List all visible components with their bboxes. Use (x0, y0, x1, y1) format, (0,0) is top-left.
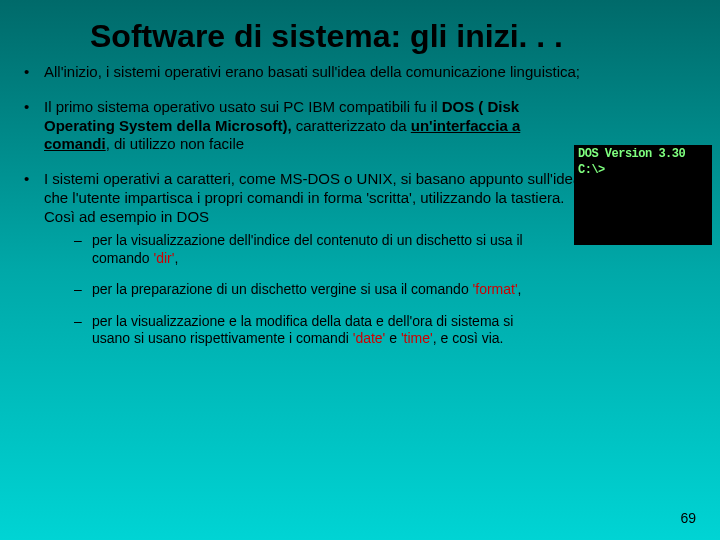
sub-3: per la visualizzazione e la modifica del… (74, 313, 552, 348)
bullet-3: I sistemi operativi a caratteri, come MS… (20, 170, 584, 348)
slide-title: Software di sistema: gli inizi. . . (0, 0, 720, 63)
bullet-2-pre: Il primo sistema operativo usato sui PC … (44, 98, 442, 115)
cmd-date: 'date' (353, 330, 386, 346)
dos-line-1: DOS Version 3.30 (578, 147, 708, 163)
sub-2: per la preparazione di un dischetto verg… (74, 281, 552, 299)
bullet-1-text: All'inizio, i sistemi operativi erano ba… (44, 63, 580, 80)
sub-3mid: e (385, 330, 401, 346)
dos-screenshot: DOS Version 3.30 C:\> (574, 145, 712, 245)
slide: Software di sistema: gli inizi. . . All'… (0, 0, 720, 540)
bullet-1: All'inizio, i sistemi operativi erano ba… (20, 63, 700, 82)
sub-3b: , e così via. (433, 330, 504, 346)
bullet-2: Il primo sistema operativo usato sui PC … (20, 98, 584, 154)
sub-1b: , (174, 250, 178, 266)
bullet-2-mid: caratterizzato da (292, 117, 411, 134)
sub-list: per la visualizzazione dell'indice del c… (74, 232, 584, 348)
cmd-format: 'format' (473, 281, 518, 297)
slide-number: 69 (680, 510, 696, 526)
cmd-dir: 'dir' (153, 250, 174, 266)
cmd-time: 'time' (401, 330, 433, 346)
bullet-3-text: I sistemi operativi a caratteri, come MS… (44, 170, 581, 225)
sub-2a: per la preparazione di un dischetto verg… (92, 281, 473, 297)
dos-line-2: C:\> (578, 163, 708, 179)
sub-2b: , (518, 281, 522, 297)
bullet-2-post: , di utilizzo non facile (106, 135, 244, 152)
sub-1: per la visualizzazione dell'indice del c… (74, 232, 552, 267)
